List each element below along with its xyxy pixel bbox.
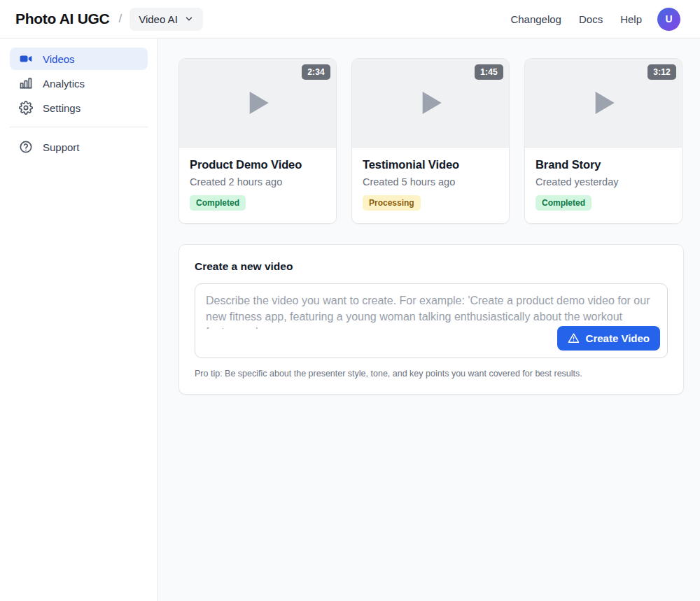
video-created-at: Created 5 hours ago — [363, 176, 498, 188]
nav-link-docs[interactable]: Docs — [579, 13, 603, 25]
video-description-input[interactable] — [195, 284, 667, 329]
create-video-button-label: Create Video — [586, 332, 650, 344]
sidebar-divider — [10, 127, 148, 127]
workspace-switcher-button[interactable]: Video AI — [130, 8, 203, 31]
create-panel-heading: Create a new video — [195, 260, 668, 273]
sidebar-item-label: Settings — [43, 102, 80, 114]
help-circle-icon — [19, 140, 33, 154]
sidebar-item-label: Analytics — [43, 78, 85, 90]
video-thumbnail: 1:45 — [352, 59, 509, 148]
video-title: Brand Story — [536, 158, 671, 171]
duration-badge: 1:45 — [475, 64, 503, 80]
video-title: Product Demo Video — [190, 158, 326, 171]
brand-title: Photo AI UGC — [15, 10, 109, 27]
breadcrumb-separator: / — [118, 12, 122, 26]
sidebar-item-analytics[interactable]: Analytics — [10, 72, 148, 94]
video-title: Testimonial Video — [363, 158, 498, 171]
video-card-grid: 2:34 Product Demo Video Created 2 hours … — [178, 58, 684, 224]
warning-triangle-icon — [568, 332, 580, 344]
status-badge: Completed — [190, 195, 246, 211]
video-card[interactable]: 1:45 Testimonial Video Created 5 hours a… — [351, 58, 510, 224]
gear-icon — [19, 101, 33, 115]
sidebar-item-support[interactable]: Support — [10, 136, 148, 158]
top-header: Photo AI UGC / Video AI Changelog Docs H… — [0, 0, 700, 38]
sidebar-item-label: Support — [43, 141, 80, 153]
sidebar-item-videos[interactable]: Videos — [10, 48, 148, 70]
play-icon[interactable] — [423, 92, 442, 114]
duration-badge: 2:34 — [302, 64, 330, 80]
chevron-down-icon — [184, 14, 194, 24]
video-card[interactable]: 2:34 Product Demo Video Created 2 hours … — [178, 58, 337, 224]
create-video-panel: Create a new video Create Video Pro tip:… — [178, 244, 684, 395]
sidebar-item-label: Videos — [43, 53, 75, 65]
video-created-at: Created yesterday — [536, 176, 671, 188]
app-shell: Videos Analytics Settings Support — [0, 38, 700, 601]
video-card-body: Testimonial Video Created 5 hours ago Pr… — [352, 148, 509, 223]
pro-tip-text: Pro tip: Be specific about the presenter… — [195, 369, 668, 379]
play-icon[interactable] — [596, 92, 615, 114]
prompt-box: Create Video — [195, 283, 668, 358]
create-video-button[interactable]: Create Video — [557, 326, 660, 351]
sidebar-item-settings[interactable]: Settings — [10, 97, 148, 119]
bar-chart-icon — [19, 76, 33, 90]
status-badge: Processing — [363, 195, 421, 211]
workspace-switcher-label: Video AI — [139, 13, 178, 25]
header-nav: Changelog Docs Help U — [510, 8, 680, 31]
video-camera-icon — [19, 52, 33, 66]
sidebar: Videos Analytics Settings Support — [0, 38, 158, 601]
video-card[interactable]: 3:12 Brand Story Created yesterday Compl… — [524, 58, 682, 224]
video-thumbnail: 2:34 — [179, 59, 336, 148]
status-badge: Completed — [536, 195, 592, 211]
nav-link-changelog[interactable]: Changelog — [510, 13, 561, 25]
video-created-at: Created 2 hours ago — [190, 176, 326, 188]
user-avatar[interactable]: U — [657, 8, 680, 31]
video-card-body: Product Demo Video Created 2 hours ago C… — [179, 148, 336, 223]
play-icon[interactable] — [250, 92, 269, 114]
nav-link-help[interactable]: Help — [620, 13, 642, 25]
video-card-body: Brand Story Created yesterday Completed — [525, 148, 682, 223]
video-thumbnail: 3:12 — [525, 59, 682, 148]
main-content: 2:34 Product Demo Video Created 2 hours … — [158, 38, 700, 601]
duration-badge: 3:12 — [648, 64, 676, 80]
